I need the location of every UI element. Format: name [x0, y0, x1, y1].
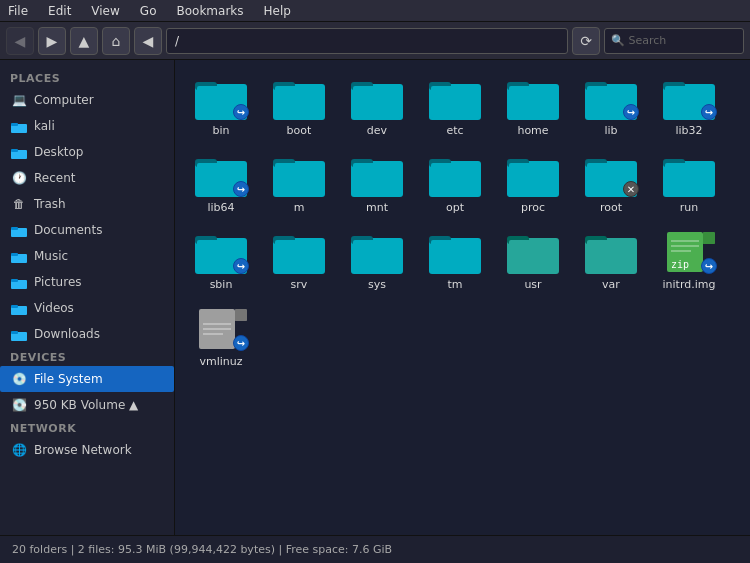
file-icon-run: [663, 153, 715, 197]
sidebar-item-computer[interactable]: 💻 Computer: [0, 87, 174, 113]
file-label-usr: usr: [524, 278, 541, 291]
file-item-boot[interactable]: boot: [263, 70, 335, 141]
sidebar-item-volume[interactable]: 💽 950 KB Volume ▲: [0, 392, 174, 418]
symlink-badge: ↪: [233, 104, 249, 120]
file-item-usr[interactable]: usr: [497, 224, 569, 295]
file-icon-tm: [429, 230, 481, 274]
symlink-badge: ↪: [233, 258, 249, 274]
file-label-initrd.img: initrd.img: [663, 278, 716, 291]
file-item-root[interactable]: ✕root: [575, 147, 647, 218]
search-bar[interactable]: 🔍 Search: [604, 28, 744, 54]
home-folder-icon: [10, 117, 28, 135]
svg-rect-1: [11, 123, 18, 126]
menu-file[interactable]: File: [4, 2, 32, 20]
back-button[interactable]: ◀: [6, 27, 34, 55]
places-title: Places: [0, 68, 174, 87]
svg-rect-70: [509, 240, 557, 272]
symlink-badge: ↪: [233, 335, 249, 351]
videos-icon: [10, 299, 28, 317]
file-item-lib64[interactable]: ↪lib64: [185, 147, 257, 218]
svg-rect-7: [11, 253, 18, 256]
statusbar: 20 folders | 2 files: 95.3 MiB (99,944,4…: [0, 535, 750, 563]
menu-help[interactable]: Help: [260, 2, 295, 20]
location-bar[interactable]: /: [166, 28, 568, 54]
sidebar-item-recent[interactable]: 🕐 Recent: [0, 165, 174, 191]
file-item-etc[interactable]: etc: [419, 70, 491, 141]
reload-button[interactable]: ⟳: [572, 27, 600, 55]
network-title: Network: [0, 418, 174, 437]
sidebar-item-music[interactable]: Music: [0, 243, 174, 269]
file-grid: ↪bin boot dev etc home ↪lib ↪lib32 ↪lib6…: [185, 70, 740, 372]
home-button[interactable]: ⌂: [102, 27, 130, 55]
file-item-tm[interactable]: tm: [419, 224, 491, 295]
menubar: File Edit View Go Bookmarks Help: [0, 0, 750, 22]
sidebar-item-pictures[interactable]: Pictures: [0, 269, 174, 295]
toggle-button[interactable]: ◀: [134, 27, 162, 55]
menu-bookmarks[interactable]: Bookmarks: [172, 2, 247, 20]
sidebar-item-trash[interactable]: 🗑 Trash: [0, 191, 174, 217]
music-icon: [10, 247, 28, 265]
file-item-sbin[interactable]: ↪sbin: [185, 224, 257, 295]
sidebar-item-downloads[interactable]: Downloads: [0, 321, 174, 347]
file-label-m: m: [294, 201, 305, 214]
svg-rect-49: [509, 163, 557, 195]
file-label-home: home: [517, 124, 548, 137]
forward-button[interactable]: ▶: [38, 27, 66, 55]
sidebar-item-filesystem[interactable]: 💿 File System: [0, 366, 174, 392]
sidebar-item-documents[interactable]: Documents: [0, 217, 174, 243]
svg-rect-22: [353, 86, 401, 118]
symlink-badge: ↪: [233, 181, 249, 197]
file-label-etc: etc: [446, 124, 463, 137]
sidebar-item-label: Music: [34, 249, 68, 263]
file-label-tm: tm: [447, 278, 462, 291]
file-item-sys[interactable]: sys: [341, 224, 413, 295]
file-item-run[interactable]: run: [653, 147, 725, 218]
svg-rect-28: [509, 86, 557, 118]
file-item-bin[interactable]: ↪bin: [185, 70, 257, 141]
file-item-srv[interactable]: srv: [263, 224, 335, 295]
file-item-lib32[interactable]: ↪lib32: [653, 70, 725, 141]
volume-icon: 💽: [10, 396, 28, 414]
file-item-m[interactable]: m: [263, 147, 335, 218]
sidebar-item-desktop[interactable]: Desktop: [0, 139, 174, 165]
file-item-mnt[interactable]: mnt: [341, 147, 413, 218]
file-item-proc[interactable]: proc: [497, 147, 569, 218]
file-item-initrd.img[interactable]: zip ↪initrd.img: [653, 224, 725, 295]
sidebar-item-kali[interactable]: kali: [0, 113, 174, 139]
file-item-dev[interactable]: dev: [341, 70, 413, 141]
svg-rect-43: [353, 163, 401, 195]
file-label-mnt: mnt: [366, 201, 388, 214]
svg-rect-25: [431, 86, 479, 118]
file-label-lib: lib: [604, 124, 617, 137]
menu-view[interactable]: View: [87, 2, 123, 20]
sidebar-item-label: Trash: [34, 197, 66, 211]
sidebar-item-network[interactable]: 🌐 Browse Network: [0, 437, 174, 463]
file-icon-lib32: ↪: [663, 76, 715, 120]
file-item-var[interactable]: var: [575, 224, 647, 295]
file-icon-usr: [507, 230, 559, 274]
menu-go[interactable]: Go: [136, 2, 161, 20]
trash-icon: 🗑: [10, 195, 28, 213]
svg-rect-55: [665, 163, 713, 195]
location-text: /: [175, 34, 179, 48]
sidebar-item-label: Documents: [34, 223, 102, 237]
sidebar-item-label: Desktop: [34, 145, 84, 159]
svg-rect-64: [353, 240, 401, 272]
sidebar-item-label: Browse Network: [34, 443, 132, 457]
file-label-dev: dev: [367, 124, 387, 137]
sidebar-item-videos[interactable]: Videos: [0, 295, 174, 321]
sidebar-item-label: kali: [34, 119, 55, 133]
sidebar-item-label: Videos: [34, 301, 74, 315]
file-icon-opt: [429, 153, 481, 197]
statusbar-text: 20 folders | 2 files: 95.3 MiB (99,944,4…: [12, 543, 392, 556]
file-item-home[interactable]: home: [497, 70, 569, 141]
file-label-proc: proc: [521, 201, 545, 214]
file-item-lib[interactable]: ↪lib: [575, 70, 647, 141]
file-item-vmlinuz[interactable]: ↪vmlinuz: [185, 301, 257, 372]
file-browser: ↪bin boot dev etc home ↪lib ↪lib32 ↪lib6…: [175, 60, 750, 535]
file-item-opt[interactable]: opt: [419, 147, 491, 218]
up-button[interactable]: ▲: [70, 27, 98, 55]
menu-edit[interactable]: Edit: [44, 2, 75, 20]
svg-rect-86: [203, 333, 223, 335]
file-label-sbin: sbin: [210, 278, 233, 291]
